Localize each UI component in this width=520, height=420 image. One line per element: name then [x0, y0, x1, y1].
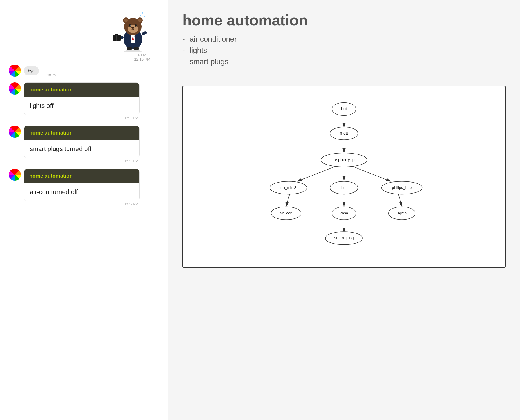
- sticker-area: Read 12:19 PM: [0, 6, 168, 62]
- feature-label-1: air conditioner: [190, 35, 237, 44]
- chat-messages: bye 12:19 PM home automation lights off …: [0, 65, 168, 206]
- feature-item-3: - smart plugs: [182, 57, 506, 66]
- feature-item-2: - lights: [182, 46, 506, 55]
- svg-line-31: [286, 194, 290, 206]
- feature-dash-1: -: [182, 35, 185, 44]
- svg-point-24: [124, 50, 142, 52]
- bot-card-body-text-1: lights off: [30, 102, 54, 109]
- bye-bubble: bye: [24, 66, 39, 75]
- feature-label-2: lights: [190, 46, 207, 55]
- feature-item-1: - air conditioner: [182, 35, 506, 44]
- feature-dash-3: -: [182, 57, 185, 66]
- diagram-container: bot mqtt raspberry_pi rm_mini3 ifttt phi…: [182, 86, 506, 268]
- bot-time-3: 12:19 PM: [24, 202, 140, 206]
- node-lights: lights: [397, 211, 407, 215]
- bot-card-body-text-2: smart plugs turned off: [30, 145, 91, 152]
- sticker-time: 12:19 PM: [134, 57, 150, 62]
- bot-card-body-1: lights off: [24, 97, 139, 115]
- svg-point-7: [124, 19, 128, 22]
- avatar: [9, 65, 21, 77]
- bot-card-body-text-3: air-con turned off: [30, 188, 78, 196]
- feature-dash-2: -: [182, 46, 185, 55]
- chat-panel: Read 12:19 PM bye 12:19 PM home automati…: [0, 0, 168, 420]
- bot-message-row-3: home automation air-con turned off 12:19…: [9, 169, 162, 206]
- svg-rect-21: [141, 31, 147, 36]
- svg-point-13: [130, 25, 131, 26]
- bot-card-title-3: home automation: [29, 173, 73, 179]
- bot-card-header-3: home automation: [24, 169, 139, 183]
- node-air-con: air_con: [280, 211, 293, 215]
- bot-card-1: home automation lights off: [24, 82, 140, 115]
- svg-point-15: [131, 27, 134, 29]
- bot-card-header-2: home automation: [24, 126, 139, 140]
- node-bot: bot: [341, 106, 347, 111]
- bot-card-3: home automation air-con turned off: [24, 169, 140, 201]
- bot-message-row-2: home automation smart plugs turned off 1…: [9, 126, 162, 163]
- sticker-read-label: Read: [134, 53, 150, 57]
- bye-time: 12:19 PM: [43, 73, 56, 77]
- node-raspberry-pi: raspberry_pi: [332, 157, 356, 162]
- bear-sticker: [110, 6, 156, 52]
- bot-card-header-1: home automation: [24, 83, 139, 97]
- svg-line-28: [298, 166, 337, 181]
- avatar: [9, 169, 21, 181]
- title-section: home automation - air conditioner - ligh…: [182, 12, 506, 69]
- right-panel: home automation - air conditioner - ligh…: [168, 0, 520, 420]
- sticker-meta: Read 12:19 PM: [134, 53, 150, 62]
- bot-card-2: home automation smart plugs turned off: [24, 126, 140, 158]
- bot-card-body-3: air-con turned off: [24, 183, 139, 201]
- bot-time-2: 12:19 PM: [24, 159, 140, 163]
- svg-line-33: [398, 194, 402, 206]
- bot-time-1: 12:19 PM: [24, 116, 140, 120]
- bot-card-body-2: smart plugs turned off: [24, 140, 139, 158]
- page-title: home automation: [182, 12, 506, 29]
- bot-card-title-2: home automation: [29, 130, 73, 136]
- diagram-svg: bot mqtt raspberry_pi rm_mini3 ifttt phi…: [189, 95, 499, 257]
- node-mqtt: mqtt: [340, 131, 348, 135]
- svg-point-14: [136, 25, 137, 26]
- node-smart-plug: smart_plug: [334, 236, 354, 240]
- node-ifttt: ifttt: [341, 185, 347, 190]
- node-rm-mini3: rm_mini3: [280, 185, 296, 190]
- feature-list: - air conditioner - lights - smart plugs: [182, 35, 506, 66]
- feature-label-3: smart plugs: [190, 57, 228, 66]
- svg-line-30: [351, 166, 390, 181]
- node-philips-hue: philips_hue: [392, 185, 412, 190]
- bye-message-row: bye 12:19 PM: [9, 65, 162, 77]
- bot-message-row-1: home automation lights off 12:19 PM: [9, 82, 162, 120]
- svg-point-9: [138, 19, 142, 22]
- node-kasa: kasa: [340, 211, 348, 215]
- bot-card-title-1: home automation: [29, 87, 73, 93]
- avatar: [9, 82, 21, 95]
- avatar: [9, 126, 21, 138]
